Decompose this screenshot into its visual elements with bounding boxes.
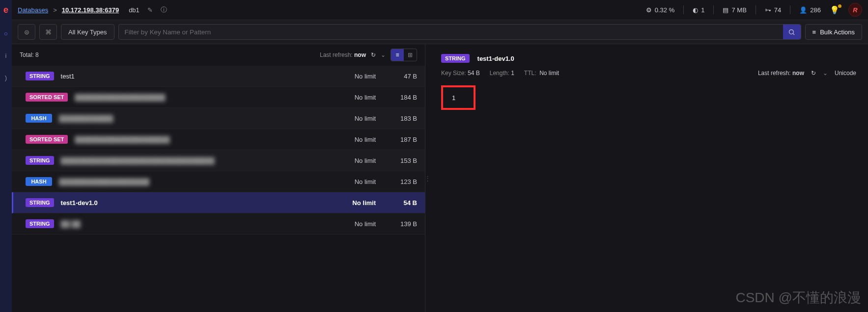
total-value: 8 bbox=[35, 52, 39, 58]
key-ttl: No limit bbox=[336, 115, 376, 122]
type-badge: SORTED SET bbox=[26, 93, 68, 102]
detail-refresh-value: now bbox=[792, 70, 804, 77]
search-input[interactable] bbox=[119, 25, 783, 39]
search-wrap bbox=[118, 24, 801, 40]
key-size: 123 B bbox=[383, 178, 417, 185]
last-refresh-value: now bbox=[354, 52, 366, 58]
detail-refresh-icon[interactable]: ↻ bbox=[811, 70, 816, 77]
stat-cpu: ⚙0.32 % bbox=[646, 6, 674, 14]
divider bbox=[756, 5, 756, 14]
type-badge: STRING bbox=[26, 219, 54, 228]
tips-icon[interactable]: 💡 bbox=[830, 5, 840, 15]
rail-item-3[interactable]: ) bbox=[5, 74, 7, 81]
key-name: ████████████████████ bbox=[59, 178, 330, 185]
svg-line-1 bbox=[793, 33, 794, 35]
breadcrumb-root[interactable]: Databases bbox=[18, 6, 48, 14]
table-row[interactable]: STRING██ ██No limit139 B bbox=[12, 213, 425, 234]
chevron-down-icon[interactable]: ⌄ bbox=[381, 52, 386, 58]
value-box[interactable]: 1 bbox=[441, 85, 476, 110]
breadcrumb-sep: > bbox=[53, 6, 57, 14]
key-size: 183 B bbox=[383, 115, 417, 122]
stat-clients-value: 286 bbox=[810, 6, 821, 14]
table-row[interactable]: HASH████████████████████No limit123 B bbox=[12, 171, 425, 192]
stat-keys-value: 74 bbox=[774, 6, 781, 14]
key-size-label: Key Size: bbox=[441, 70, 466, 77]
filter-icon[interactable]: ⊜ bbox=[18, 24, 35, 40]
redis-button[interactable]: R bbox=[848, 3, 862, 17]
key-size-value: 54 B bbox=[468, 70, 480, 77]
layers-icon: ≡ bbox=[812, 28, 816, 36]
breadcrumb-dbname: db1 bbox=[129, 6, 140, 14]
user-icon: 👤 bbox=[799, 6, 807, 14]
left-rail: e ○ i ) bbox=[0, 0, 12, 312]
key-type-filter[interactable]: All Key Types bbox=[61, 24, 114, 40]
key-ttl: No limit bbox=[336, 73, 376, 80]
gauge-icon: ◐ bbox=[693, 6, 698, 14]
stat-keys: 🗝74 bbox=[765, 6, 781, 14]
breadcrumb: Databases > 10.172.198.38:6379 db1 ✎ ⓘ bbox=[18, 5, 167, 14]
length-value: 1 bbox=[511, 70, 514, 77]
divider bbox=[713, 5, 714, 14]
type-badge: SORTED SET bbox=[26, 135, 68, 144]
breadcrumb-host[interactable]: 10.172.198.38:6379 bbox=[62, 6, 119, 14]
ttl-label: TTL: bbox=[524, 70, 536, 77]
cli-icon[interactable]: ⌘ bbox=[39, 24, 57, 40]
bulk-actions-label: Bulk Actions bbox=[820, 28, 855, 36]
type-badge: STRING bbox=[26, 72, 54, 80]
info-icon[interactable]: ⓘ bbox=[161, 5, 167, 14]
encoding-select[interactable]: Unicode bbox=[835, 70, 856, 77]
keys-header: Total: 8 Last refresh: now ↻ ⌄ ≡ ⊞ bbox=[12, 44, 425, 66]
refresh-icon[interactable]: ↻ bbox=[371, 52, 376, 58]
tree-view-icon[interactable]: ⊞ bbox=[404, 49, 417, 61]
key-ttl: No limit bbox=[336, 220, 376, 228]
divider bbox=[683, 5, 684, 14]
key-size: 184 B bbox=[383, 94, 417, 101]
key-name: ████████████████████ bbox=[75, 94, 330, 101]
table-row[interactable]: STRING██████████████████████████████████… bbox=[12, 150, 425, 171]
stat-memory: ▤7 MB bbox=[723, 6, 746, 14]
key-ttl: No limit bbox=[336, 199, 376, 207]
key-ttl: No limit bbox=[336, 94, 376, 101]
stat-ops-value: 1 bbox=[701, 6, 704, 14]
key-name: ██████████████████████████████████ bbox=[61, 157, 330, 164]
bulk-actions-button[interactable]: ≡ Bulk Actions bbox=[805, 24, 862, 40]
detail-panel: STRING test1-dev1.0 Key Size: 54 B Lengt… bbox=[429, 44, 868, 312]
key-ttl: No limit bbox=[336, 178, 376, 185]
table-row[interactable]: STRINGtest1-dev1.0No limit54 B bbox=[12, 192, 425, 213]
ttl-value: No limit bbox=[539, 70, 559, 77]
rail-item-2[interactable]: i bbox=[5, 52, 7, 59]
divider bbox=[790, 5, 790, 14]
toolbar: ⊜ ⌘ All Key Types ≡ Bulk Actions bbox=[12, 20, 868, 44]
view-toggle: ≡ ⊞ bbox=[391, 49, 417, 61]
last-refresh-label: Last refresh: bbox=[320, 52, 353, 58]
memory-icon: ▤ bbox=[723, 6, 728, 14]
type-badge: STRING bbox=[26, 198, 54, 207]
stat-memory-value: 7 MB bbox=[731, 6, 746, 14]
key-name: ██ ██ bbox=[61, 220, 330, 228]
key-name: █████████████████████ bbox=[75, 136, 330, 143]
table-row[interactable]: SORTED SET█████████████████████No limit1… bbox=[12, 129, 425, 150]
table-row[interactable]: HASH████████████No limit183 B bbox=[12, 108, 425, 129]
key-size: 47 B bbox=[383, 73, 417, 80]
total-label: Total: bbox=[20, 52, 34, 58]
key-ttl: No limit bbox=[336, 136, 376, 143]
chevron-down-icon[interactable]: ⌄ bbox=[823, 70, 828, 77]
search-button[interactable] bbox=[783, 25, 801, 39]
key-size: 54 B bbox=[383, 199, 417, 207]
rail-item-1[interactable]: ○ bbox=[4, 30, 8, 37]
key-name: test1-dev1.0 bbox=[61, 199, 330, 207]
app-logo-icon: e bbox=[3, 5, 8, 15]
type-badge: HASH bbox=[26, 114, 52, 123]
keys-panel: Total: 8 Last refresh: now ↻ ⌄ ≡ ⊞ bbox=[12, 44, 425, 312]
stat-ops: ◐1 bbox=[693, 6, 704, 14]
panel-resizer[interactable]: ⋮ bbox=[425, 44, 429, 312]
top-stats: ⚙0.32 % ◐1 ▤7 MB 🗝74 👤286 💡 R bbox=[646, 3, 862, 17]
svg-point-0 bbox=[789, 29, 794, 34]
table-row[interactable]: STRINGtest1No limit47 B bbox=[12, 66, 425, 87]
edit-icon[interactable]: ✎ bbox=[147, 6, 153, 14]
key-name: test1 bbox=[61, 73, 330, 80]
table-row[interactable]: SORTED SET████████████████████No limit18… bbox=[12, 87, 425, 108]
type-badge: HASH bbox=[26, 177, 52, 186]
keys-list: STRINGtest1No limit47 BSORTED SET███████… bbox=[12, 66, 425, 312]
list-view-icon[interactable]: ≡ bbox=[391, 49, 404, 61]
